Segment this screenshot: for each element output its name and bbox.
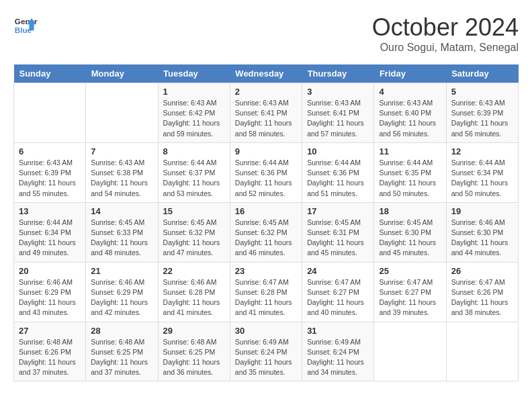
calendar-cell: 21Sunrise: 6:46 AM Sunset: 6:29 PM Dayli… [86,262,158,322]
week-row-2: 6Sunrise: 6:43 AM Sunset: 6:39 PM Daylig… [14,142,519,202]
calendar-cell: 8Sunrise: 6:44 AM Sunset: 6:37 PM Daylig… [158,142,230,202]
calendar-cell: 11Sunrise: 6:44 AM Sunset: 6:35 PM Dayli… [374,142,446,202]
calendar-cell: 15Sunrise: 6:45 AM Sunset: 6:32 PM Dayli… [158,202,230,262]
calendar-cell: 17Sunrise: 6:45 AM Sunset: 6:31 PM Dayli… [302,202,374,262]
day-info: Sunrise: 6:44 AM Sunset: 6:36 PM Dayligh… [307,158,369,199]
calendar-cell: 1Sunrise: 6:43 AM Sunset: 6:42 PM Daylig… [158,83,230,143]
logo-icon: General Blue [13,13,38,38]
weekday-header-saturday: Saturday [446,64,518,83]
calendar-cell: 5Sunrise: 6:43 AM Sunset: 6:39 PM Daylig… [446,83,518,143]
day-info: Sunrise: 6:46 AM Sunset: 6:29 PM Dayligh… [91,277,152,318]
day-info: Sunrise: 6:44 AM Sunset: 6:36 PM Dayligh… [235,158,297,199]
weekday-header-row: SundayMondayTuesdayWednesdayThursdayFrid… [14,64,519,83]
day-number: 21 [91,266,152,276]
calendar-cell: 26Sunrise: 6:47 AM Sunset: 6:26 PM Dayli… [446,262,518,322]
day-number: 10 [307,146,369,156]
day-info: Sunrise: 6:48 AM Sunset: 6:25 PM Dayligh… [163,337,225,378]
calendar-cell: 23Sunrise: 6:47 AM Sunset: 6:28 PM Dayli… [230,262,302,322]
day-info: Sunrise: 6:44 AM Sunset: 6:35 PM Dayligh… [379,158,441,199]
day-info: Sunrise: 6:43 AM Sunset: 6:39 PM Dayligh… [19,158,81,199]
day-number: 6 [19,146,81,156]
day-info: Sunrise: 6:43 AM Sunset: 6:39 PM Dayligh… [451,98,513,139]
day-info: Sunrise: 6:48 AM Sunset: 6:25 PM Dayligh… [91,337,152,378]
weekday-header-thursday: Thursday [302,64,374,83]
day-number: 4 [379,87,441,97]
day-number: 15 [163,206,225,216]
calendar-cell [374,322,446,381]
calendar-cell: 28Sunrise: 6:48 AM Sunset: 6:25 PM Dayli… [86,322,158,381]
day-info: Sunrise: 6:45 AM Sunset: 6:32 PM Dayligh… [235,218,297,259]
calendar-cell: 18Sunrise: 6:45 AM Sunset: 6:30 PM Dayli… [374,202,446,262]
calendar-cell: 13Sunrise: 6:44 AM Sunset: 6:34 PM Dayli… [14,202,86,262]
page-header: General Blue October 2024 Ouro Sogui, Ma… [13,13,519,54]
day-info: Sunrise: 6:43 AM Sunset: 6:42 PM Dayligh… [163,98,225,139]
day-info: Sunrise: 6:45 AM Sunset: 6:33 PM Dayligh… [91,218,152,259]
day-number: 14 [91,206,152,216]
week-row-5: 27Sunrise: 6:48 AM Sunset: 6:26 PM Dayli… [14,322,519,381]
calendar-cell: 12Sunrise: 6:44 AM Sunset: 6:34 PM Dayli… [446,142,518,202]
weekday-header-monday: Monday [86,64,158,83]
day-info: Sunrise: 6:46 AM Sunset: 6:30 PM Dayligh… [451,218,513,259]
calendar-cell: 31Sunrise: 6:49 AM Sunset: 6:24 PM Dayli… [302,322,374,381]
calendar-cell: 19Sunrise: 6:46 AM Sunset: 6:30 PM Dayli… [446,202,518,262]
day-info: Sunrise: 6:43 AM Sunset: 6:38 PM Dayligh… [91,158,152,199]
calendar-cell: 7Sunrise: 6:43 AM Sunset: 6:38 PM Daylig… [86,142,158,202]
calendar-cell: 4Sunrise: 6:43 AM Sunset: 6:40 PM Daylig… [374,83,446,143]
day-number: 2 [235,87,297,97]
day-number: 26 [451,266,513,276]
day-info: Sunrise: 6:44 AM Sunset: 6:34 PM Dayligh… [451,158,513,199]
month-title: October 2024 [372,13,519,42]
calendar-cell: 9Sunrise: 6:44 AM Sunset: 6:36 PM Daylig… [230,142,302,202]
weekday-header-tuesday: Tuesday [158,64,230,83]
calendar-cell: 10Sunrise: 6:44 AM Sunset: 6:36 PM Dayli… [302,142,374,202]
day-info: Sunrise: 6:46 AM Sunset: 6:29 PM Dayligh… [19,277,81,318]
week-row-4: 20Sunrise: 6:46 AM Sunset: 6:29 PM Dayli… [14,262,519,322]
calendar-cell: 14Sunrise: 6:45 AM Sunset: 6:33 PM Dayli… [86,202,158,262]
day-number: 11 [379,146,441,156]
day-info: Sunrise: 6:44 AM Sunset: 6:34 PM Dayligh… [19,218,81,259]
day-number: 7 [91,146,152,156]
weekday-header-sunday: Sunday [14,64,86,83]
svg-text:General: General [15,17,38,26]
day-number: 17 [307,206,369,216]
day-number: 25 [379,266,441,276]
day-info: Sunrise: 6:43 AM Sunset: 6:40 PM Dayligh… [379,98,441,139]
calendar-table: SundayMondayTuesdayWednesdayThursdayFrid… [13,64,519,381]
day-number: 30 [235,326,297,336]
calendar-cell: 6Sunrise: 6:43 AM Sunset: 6:39 PM Daylig… [14,142,86,202]
day-number: 13 [19,206,81,216]
calendar-cell: 27Sunrise: 6:48 AM Sunset: 6:26 PM Dayli… [14,322,86,381]
day-number: 28 [91,326,152,336]
day-number: 29 [163,326,225,336]
day-info: Sunrise: 6:47 AM Sunset: 6:28 PM Dayligh… [235,277,297,318]
day-info: Sunrise: 6:47 AM Sunset: 6:26 PM Dayligh… [451,277,513,318]
day-info: Sunrise: 6:45 AM Sunset: 6:31 PM Dayligh… [307,218,369,259]
day-info: Sunrise: 6:45 AM Sunset: 6:32 PM Dayligh… [163,218,225,259]
day-number: 19 [451,206,513,216]
week-row-3: 13Sunrise: 6:44 AM Sunset: 6:34 PM Dayli… [14,202,519,262]
day-number: 5 [451,87,513,97]
day-number: 23 [235,266,297,276]
day-number: 20 [19,266,81,276]
calendar-cell: 20Sunrise: 6:46 AM Sunset: 6:29 PM Dayli… [14,262,86,322]
day-info: Sunrise: 6:43 AM Sunset: 6:41 PM Dayligh… [235,98,297,139]
week-row-1: 1Sunrise: 6:43 AM Sunset: 6:42 PM Daylig… [14,83,519,143]
weekday-header-friday: Friday [374,64,446,83]
calendar-cell: 30Sunrise: 6:49 AM Sunset: 6:24 PM Dayli… [230,322,302,381]
day-info: Sunrise: 6:48 AM Sunset: 6:26 PM Dayligh… [19,337,81,378]
calendar-cell [86,83,158,143]
title-block: October 2024 Ouro Sogui, Matam, Senegal [372,13,519,54]
day-number: 27 [19,326,81,336]
logo: General Blue [13,13,38,38]
day-number: 24 [307,266,369,276]
day-info: Sunrise: 6:45 AM Sunset: 6:30 PM Dayligh… [379,218,441,259]
weekday-header-wednesday: Wednesday [230,64,302,83]
day-number: 31 [307,326,369,336]
day-info: Sunrise: 6:46 AM Sunset: 6:28 PM Dayligh… [163,277,225,318]
day-info: Sunrise: 6:49 AM Sunset: 6:24 PM Dayligh… [307,337,369,378]
calendar-cell: 29Sunrise: 6:48 AM Sunset: 6:25 PM Dayli… [158,322,230,381]
calendar-cell [446,322,518,381]
day-number: 3 [307,87,369,97]
calendar-cell: 25Sunrise: 6:47 AM Sunset: 6:27 PM Dayli… [374,262,446,322]
location-subtitle: Ouro Sogui, Matam, Senegal [372,42,519,54]
